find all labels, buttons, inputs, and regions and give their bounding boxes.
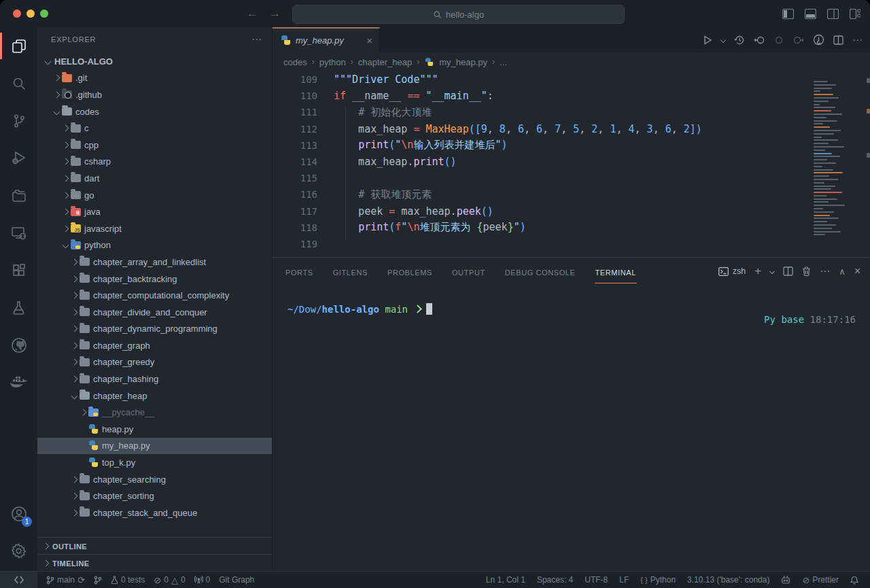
- terminal-content[interactable]: ~/Dow/hello-algo main Py base 18:17:16: [273, 285, 870, 570]
- next-change-icon[interactable]: [793, 35, 804, 45]
- overview-ruler[interactable]: [865, 71, 870, 257]
- breadcrumb-tail[interactable]: ...: [500, 57, 507, 67]
- tree-item-c[interactable]: c: [37, 120, 272, 137]
- explorer-view-icon[interactable]: [0, 27, 37, 65]
- change-icon[interactable]: [774, 35, 784, 45]
- source-control-view-icon[interactable]: [0, 102, 37, 139]
- notifications-bell[interactable]: [850, 576, 858, 585]
- panel-more-actions-icon[interactable]: ⋯: [820, 265, 830, 277]
- cursor-position-status[interactable]: Ln 1, Col 1: [486, 575, 525, 585]
- run-python-file-icon[interactable]: [703, 35, 712, 45]
- tree-item-chapter_stack_and_queue[interactable]: chapter_stack_and_queue: [37, 504, 272, 521]
- close-panel-icon[interactable]: ×: [854, 265, 860, 277]
- split-terminal-icon[interactable]: [783, 266, 793, 276]
- prev-change-icon[interactable]: [754, 35, 765, 45]
- tree-item-chapter_computational_complexity[interactable]: chapter_computational_complexity: [37, 287, 272, 304]
- panel-tab-ports[interactable]: PORTS: [285, 260, 314, 283]
- terminal-shell-select[interactable]: zsh: [718, 266, 746, 276]
- split-editor-icon[interactable]: [833, 35, 843, 45]
- run-dropdown-chevron-icon[interactable]: [720, 37, 726, 42]
- run-debug-view-icon[interactable]: [0, 139, 37, 177]
- explorer-more-actions-icon[interactable]: ⋯: [251, 33, 262, 46]
- editor-more-actions-icon[interactable]: ⋯: [852, 34, 863, 46]
- maximize-panel-icon[interactable]: ∧: [839, 266, 846, 277]
- copilot-status[interactable]: [781, 576, 790, 585]
- nav-forward-icon[interactable]: →: [269, 7, 281, 20]
- branch-status[interactable]: main ⟳: [46, 575, 85, 585]
- tree-item-__pycache__[interactable]: __pycache__: [37, 404, 272, 421]
- git-graph-status[interactable]: Git Graph: [219, 575, 254, 585]
- tree-item-cpp[interactable]: cpp: [37, 137, 272, 154]
- tree-item-my_heap.py[interactable]: my_heap.py: [37, 438, 272, 455]
- extensions-view-icon[interactable]: [0, 252, 37, 289]
- panel-tab-gitlens[interactable]: GITLENS: [332, 260, 368, 283]
- indentation-status[interactable]: Spaces: 4: [537, 575, 573, 585]
- minimap[interactable]: [814, 81, 863, 244]
- toggle-sidebar-icon[interactable]: [782, 9, 794, 19]
- panel-tab-output[interactable]: OUTPUT: [451, 260, 486, 283]
- nav-back-icon[interactable]: ←: [247, 7, 258, 20]
- tree-item-heap.py[interactable]: heap.py: [37, 421, 272, 438]
- breadcrumb-item[interactable]: chapter_heap: [358, 57, 413, 67]
- testing-view-icon[interactable]: [0, 289, 37, 326]
- kill-terminal-trash-icon[interactable]: [802, 266, 811, 276]
- toggle-secondary-sidebar-icon[interactable]: [827, 9, 839, 19]
- terminal-dropdown-chevron-icon[interactable]: [769, 269, 775, 274]
- tree-item-java[interactable]: java: [37, 203, 272, 220]
- new-terminal-icon[interactable]: +: [754, 264, 761, 278]
- tests-status[interactable]: 0 tests: [111, 575, 145, 585]
- tree-item-.github[interactable]: .github: [37, 86, 272, 103]
- language-mode-status[interactable]: { } Python: [640, 575, 676, 585]
- python-interpreter-status[interactable]: 3.10.13 ('base': conda): [687, 575, 769, 585]
- gitlens-history-icon[interactable]: [734, 35, 745, 46]
- tree-item-python[interactable]: python: [37, 237, 272, 254]
- encoding-status[interactable]: UTF-8: [585, 575, 608, 585]
- breadcrumb-item[interactable]: python: [319, 57, 346, 67]
- tree-item-chapter_hashing[interactable]: chapter_hashing: [37, 370, 272, 387]
- tree-item-HELLO-ALGO[interactable]: HELLO-ALGO: [37, 53, 272, 70]
- panel-tab-terminal[interactable]: TERMINAL: [595, 260, 637, 283]
- panel-tab-problems[interactable]: PROBLEMS: [387, 260, 433, 283]
- tree-item-chapter_searching[interactable]: chapter_searching: [37, 471, 272, 488]
- problems-status[interactable]: ⊘ 0 △ 0: [154, 575, 185, 585]
- gitlens-status[interactable]: [94, 576, 102, 585]
- github-view-icon[interactable]: [0, 326, 37, 364]
- tree-item-chapter_array_and_linkedlist[interactable]: chapter_array_and_linkedlist: [37, 254, 272, 271]
- code-editor[interactable]: 109"""Driver Code"""110if __name__ == "_…: [273, 71, 870, 257]
- command-center-search[interactable]: hello-algo: [292, 5, 625, 24]
- close-tab-icon[interactable]: ×: [366, 35, 372, 46]
- outline-section[interactable]: OUTLINE: [37, 537, 272, 555]
- tree-item-chapter_divide_and_conquer[interactable]: chapter_divide_and_conquer: [37, 304, 272, 321]
- panel-tab-debug-console[interactable]: DEBUG CONSOLE: [504, 260, 576, 283]
- tree-item-chapter_greedy[interactable]: chapter_greedy: [37, 354, 272, 371]
- tab-my-heap-py[interactable]: my_heap.py ×: [273, 27, 380, 52]
- tree-item-chapter_heap[interactable]: chapter_heap: [37, 387, 272, 404]
- eol-status[interactable]: LF: [619, 575, 629, 585]
- docker-view-icon[interactable]: [0, 364, 37, 401]
- timeline-section[interactable]: TIMELINE: [37, 554, 272, 571]
- prettier-status[interactable]: ⊘ Prettier: [802, 575, 839, 585]
- search-view-icon[interactable]: [0, 65, 37, 102]
- breadcrumb-item[interactable]: codes: [283, 57, 307, 67]
- tree-item-dart[interactable]: dart: [37, 170, 272, 187]
- tree-item-codes[interactable]: codes: [37, 103, 272, 120]
- commit-graph-icon[interactable]: [813, 34, 824, 46]
- customize-layout-icon[interactable]: [850, 9, 860, 19]
- remote-indicator[interactable]: [0, 572, 37, 588]
- tree-item-.git[interactable]: .git: [37, 70, 272, 87]
- tree-item-top_k.py[interactable]: top_k.py: [37, 454, 272, 471]
- tree-item-chapter_backtracking[interactable]: chapter_backtracking: [37, 271, 272, 288]
- tree-item-csharp[interactable]: csharp: [37, 154, 272, 171]
- tree-item-chapter_dynamic_programming[interactable]: chapter_dynamic_programming: [37, 321, 272, 338]
- breadcrumb-file[interactable]: my_heap.py: [439, 57, 487, 67]
- maximize-window-button[interactable]: [40, 10, 48, 18]
- tree-item-chapter_sorting[interactable]: chapter_sorting: [37, 487, 272, 504]
- close-window-button[interactable]: [13, 10, 21, 18]
- tree-item-go[interactable]: go: [37, 187, 272, 204]
- tree-item-chapter_graph[interactable]: chapter_graph: [37, 337, 272, 354]
- remote-explorer-view-icon[interactable]: [0, 214, 37, 252]
- ports-status[interactable]: 0: [194, 575, 211, 585]
- minimize-window-button[interactable]: [27, 10, 35, 18]
- accounts-icon[interactable]: 1: [0, 495, 37, 532]
- tree-item-javascript[interactable]: javascript: [37, 220, 272, 237]
